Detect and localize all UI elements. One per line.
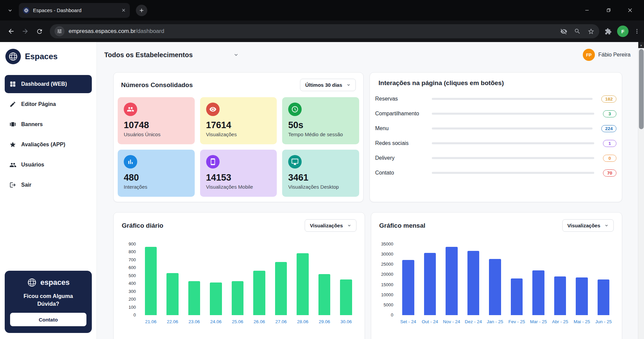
interaction-row-menu: Menu 224 <box>375 121 617 136</box>
plot-area: 21.0622.0623.0624.0625.0626.0627.0628.06… <box>140 244 357 324</box>
extensions-puzzle-icon[interactable] <box>605 28 612 35</box>
address-bar[interactable]: empresas.espaces.com.br/dashboard <box>50 24 599 38</box>
period-select[interactable]: Últimos 30 dias <box>300 79 355 91</box>
browser-profile-avatar[interactable]: F <box>617 26 629 37</box>
bar-column <box>528 244 550 315</box>
stat-value: 10748 <box>124 120 189 130</box>
y-axis-ticks: 35000300002500020000150001000050000 <box>379 241 397 317</box>
pencil-icon <box>9 101 16 108</box>
stat-unique-users: 10748 Usuários Únicos <box>118 97 195 144</box>
stat-label: Tempo Médio de sessão <box>288 131 353 137</box>
bar-column <box>549 244 571 315</box>
bar <box>424 253 436 315</box>
sidebar-item-editor-pagina[interactable]: Editor Página <box>5 95 92 113</box>
x-tick-label: Fev - 25 <box>506 319 528 324</box>
browser-tab[interactable]: Espaces - Dashboard <box>19 3 130 18</box>
bar <box>576 277 588 315</box>
x-tick-label: 21.06 <box>140 319 162 324</box>
bar-column <box>593 244 614 315</box>
bar <box>297 253 309 315</box>
sidebar-item-sair[interactable]: Sair <box>5 176 92 194</box>
count-badge: 70 <box>603 170 616 177</box>
y-axis-ticks: 9008007006005004003002001000 <box>121 241 140 317</box>
bar-column <box>506 244 528 315</box>
progress-track <box>432 98 593 100</box>
daily-bar-chart: 9008007006005004003002001000 21.0622.062… <box>118 244 360 324</box>
interaction-row-reservas: Reservas 182 <box>375 91 617 106</box>
period-select-value: Últimos 30 dias <box>305 82 342 88</box>
page: Espaces Dashboard (WEB) Editor Página Ba… <box>0 42 644 339</box>
back-button[interactable] <box>4 24 18 38</box>
users-icon <box>9 161 16 168</box>
bar <box>232 281 244 315</box>
contato-button[interactable]: Contato <box>10 313 86 326</box>
interaction-row-compartilhamento: Compartilhamento 3 <box>375 106 617 121</box>
new-tab-button[interactable] <box>136 5 147 16</box>
count-badge: 224 <box>601 125 616 132</box>
y-tick-label: 0 <box>391 312 393 317</box>
window-minimize-button[interactable] <box>576 2 598 19</box>
daily-chart-card: Gráfico diário Visualizações 90080070060… <box>113 212 365 339</box>
bar-column <box>205 244 227 315</box>
interaction-label: Compartilhamento <box>375 111 432 117</box>
forward-button[interactable] <box>18 24 32 38</box>
reload-button[interactable] <box>32 24 46 38</box>
dashboard-grid-icon <box>9 80 16 88</box>
stat-views-mobile: 14153 Visualizações Mobile <box>200 150 277 197</box>
scrollbar-thumb[interactable] <box>639 49 644 129</box>
progress-track <box>432 172 595 174</box>
browser-tabstrip: Espaces - Dashboard <box>0 0 644 21</box>
bar-column <box>227 244 249 315</box>
count-badge: 3 <box>603 110 616 117</box>
sidebar-item-dashboard[interactable]: Dashboard (WEB) <box>5 75 92 93</box>
window-controls <box>576 2 641 19</box>
help-card-question: Ficou com Alguma Dúvida? <box>14 292 82 307</box>
privacy-eye-off-icon[interactable] <box>560 28 567 35</box>
sidebar-item-banners[interactable]: Banners <box>5 115 92 134</box>
interaction-label: Redes sociais <box>375 140 432 146</box>
browser-menu-kebab-icon[interactable] <box>634 28 640 34</box>
main-header: Todos os Estabelecimentos FP Fábio Perei… <box>104 47 631 62</box>
bar <box>275 262 287 315</box>
site-settings-icon[interactable] <box>54 26 65 36</box>
tab-close-icon[interactable] <box>121 8 126 12</box>
logout-icon <box>9 181 16 189</box>
x-tick-label: Out - 24 <box>419 319 441 324</box>
card-title: Gráfico mensal <box>379 222 425 229</box>
interaction-label: Menu <box>375 125 432 131</box>
tab-search-chevron-icon[interactable] <box>3 4 17 17</box>
espaces-logo-icon <box>27 277 37 288</box>
consolidated-numbers-card: Números Consolidados Últimos 30 dias 107… <box>113 72 364 202</box>
y-tick-label: 20000 <box>381 272 393 277</box>
bar-column <box>140 244 162 315</box>
count-badge: 0 <box>603 155 616 162</box>
search-icon[interactable] <box>574 28 581 35</box>
monthly-metric-select[interactable]: Visualizações <box>562 219 614 232</box>
bar-column <box>249 244 270 315</box>
bar-column <box>441 244 463 315</box>
window-restore-button[interactable] <box>598 2 619 19</box>
stat-value: 17614 <box>206 120 271 130</box>
progress-track <box>432 113 595 115</box>
sidebar-item-avaliacoes[interactable]: Avaliações (APP) <box>5 136 92 154</box>
x-tick-label: Mai - 25 <box>571 319 593 324</box>
x-tick-label: 30.06 <box>335 319 357 324</box>
bookmark-star-icon[interactable] <box>588 28 595 35</box>
card-title: Números Consolidados <box>121 81 193 89</box>
url-text[interactable]: empresas.espaces.com.br/dashboard <box>69 28 556 35</box>
omnibox-icons <box>560 28 595 35</box>
x-tick-label: Jan - 25 <box>484 319 506 324</box>
establishment-select[interactable]: Todos os Estabelecimentos <box>104 51 239 59</box>
sidebar-item-label: Avaliações (APP) <box>21 142 65 148</box>
interaction-rows: Reservas 182 Compartilhamento 3 Menu <box>375 91 617 180</box>
scrollbar-up-arrow[interactable]: ▲ <box>638 42 644 48</box>
carousel-icon <box>9 121 16 128</box>
daily-metric-select[interactable]: Visualizações <box>305 219 356 232</box>
bar-column <box>313 244 335 315</box>
chevron-down-icon <box>604 223 609 228</box>
card-title: Interações na página (cliques em botões) <box>379 79 504 87</box>
sidebar-item-usuarios[interactable]: Usuários <box>5 156 92 174</box>
bar <box>554 276 566 315</box>
window-close-button[interactable] <box>619 2 641 19</box>
user-chip[interactable]: FP Fábio Pereira <box>583 49 631 61</box>
